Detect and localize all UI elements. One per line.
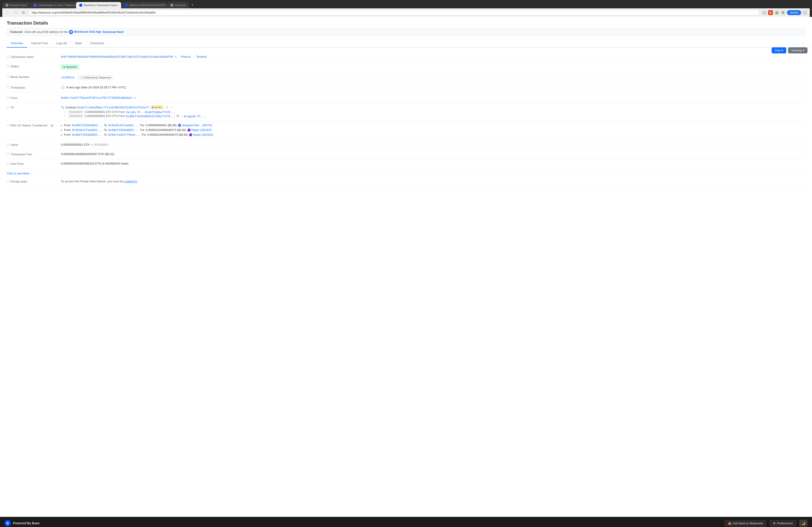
click-more-section: Click to see More ↓: [7, 169, 805, 177]
menu-icon[interactable]: ⋮: [802, 10, 808, 15]
from-value: 0xb8cfa4d1f79eeedf207acef82f3744056ab8e0…: [61, 96, 805, 100]
tab-deposit[interactable]: Deposit Frame: [2, 2, 30, 8]
more-options-icon[interactable]: ⋮: [801, 41, 805, 46]
back-button[interactable]: ←: [4, 10, 11, 15]
address-bar[interactable]: [28, 10, 760, 16]
fee-label: ⓘ Transaction Fee:: [7, 152, 56, 156]
tab-channels[interactable]: Channels: [167, 2, 189, 8]
contract-line: 🔍 Contract 0xdef1c0ded9bec7f1a1670819833…: [61, 105, 805, 109]
notification-icon[interactable]: 🔔: [768, 10, 773, 15]
tabs-nav: Overview Internal Txns Logs (8) State Co…: [7, 39, 805, 48]
erc20-amount-2: 0.000002344456440273 ($0.00): [146, 129, 186, 132]
value-value: 0.000000000001 ETH (< $0.000001): [61, 143, 805, 146]
erc20-token-1[interactable]: Wrapped Ethe... (WETH): [178, 124, 212, 127]
tab-overview[interactable]: Overview: [7, 39, 27, 48]
from-help-icon[interactable]: ⓘ: [7, 96, 10, 100]
erc20-item-1: ▶ From 0xdb6f1920a8893... To 0x5636c6f5a…: [61, 123, 805, 127]
timestamp-help-icon[interactable]: ⓘ: [7, 86, 10, 90]
erc20-expand-1[interactable]: ▶: [61, 124, 63, 126]
tab-state[interactable]: State: [71, 39, 86, 48]
erc20-item-3: ▶ From 0xdb6f1920a8893... To 0xb8cfa4d1f…: [61, 133, 805, 136]
private-note-row: ⓘ Private Note: To access the Private No…: [7, 177, 805, 186]
dark-mode-button[interactable]: 🌙: [799, 520, 808, 527]
tab-logs[interactable]: Logs (8): [52, 39, 71, 48]
hash-link[interactable]: 0x6f3b6d9106da89f66060465ba869be555286f1…: [61, 55, 173, 58]
bookmark-icon[interactable]: ☆: [762, 10, 767, 15]
download-link[interactable]: Download Now!: [103, 30, 124, 34]
tab-basescan[interactable]: BaseScan Transaction Hash ( ✕: [76, 2, 121, 8]
rahul-tab-icon: [34, 4, 37, 7]
erc20-expand-3[interactable]: ▶: [61, 133, 63, 136]
tab-comments[interactable]: Comments: [86, 39, 108, 48]
hash-label: ⓘ Transaction Hash:: [7, 55, 56, 59]
tab-close-icon[interactable]: ✕: [120, 4, 121, 7]
add-metamask-button[interactable]: 🦊 Add Base to Metamask: [724, 520, 767, 527]
status-help-icon[interactable]: ⓘ: [7, 64, 10, 68]
erc20-to-3[interactable]: 0xb8cfa4d1f79eee...: [108, 133, 141, 136]
page-wrapper: Play ▾ Gaming ▾ Transaction Details Feat…: [0, 17, 812, 517]
gas-help-icon[interactable]: ⓘ: [7, 162, 10, 166]
reload-button[interactable]: ↻: [21, 10, 26, 15]
tab-address[interactable]: Address 0xb8CFA4d1f79eeDF2...: [121, 2, 167, 8]
copy-contract-icon[interactable]: ⧉: [166, 106, 168, 109]
clock-icon: 🕐: [61, 86, 64, 89]
copy-hash-icon[interactable]: ⧉: [175, 55, 177, 58]
transfer2-from-link[interactable]: 0xdb6f1920a889355780af7570...: [126, 115, 175, 118]
erc20-help-icon[interactable]: ⓘ: [7, 123, 10, 127]
tab-internal-txns[interactable]: Internal Txns: [27, 39, 52, 48]
preferences-button[interactable]: ⚙ Preferences: [769, 520, 796, 527]
erc20-from-2[interactable]: 0x5636c6f5ade81...: [72, 128, 102, 132]
block-help-icon[interactable]: ⓘ: [7, 75, 10, 79]
transfer2-to-link[interactable]: Wrapped Et...: [184, 115, 206, 118]
private-note-help-icon[interactable]: ⓘ: [7, 180, 10, 183]
update-button[interactable]: Update: [787, 10, 801, 15]
erc20-to-2[interactable]: 0xdb6f1920a8893...: [108, 128, 139, 132]
transfer1-from-link[interactable]: ZeroEx: [126, 110, 136, 114]
status-label: ⓘ Status:: [7, 64, 56, 68]
to-help-icon[interactable]: ⓘ: [7, 105, 10, 109]
fee-value: 0.000009244556829293567 ETH ($0.32): [61, 152, 805, 156]
zerox-dot: [152, 107, 154, 108]
copy-from-icon[interactable]: ⧉: [134, 96, 136, 100]
toolbar-actions: ☆ 🔔 🧩 ⬆ Update ⋮: [762, 10, 808, 15]
phalcon-link[interactable]: Phalcon: [181, 55, 191, 59]
address-tab-label: Address 0xb8CFA4d1f79eeDF2...: [129, 4, 167, 6]
logged-in-link[interactable]: Logged In: [124, 180, 137, 183]
transfer1-to-link[interactable]: 0xb8f5380af7570...: [145, 110, 175, 114]
erc20-to-1[interactable]: 0x5636c6f5ade81...: [108, 123, 139, 127]
fee-help-icon[interactable]: ⓘ: [7, 152, 10, 156]
external-contract-icon[interactable]: ↗: [170, 106, 172, 109]
new-tab-button[interactable]: +: [189, 2, 195, 8]
play-button[interactable]: Play ▾: [772, 47, 786, 54]
value-help-icon[interactable]: ⓘ: [7, 143, 10, 147]
click-more-link[interactable]: Click to see More ↓: [7, 172, 32, 175]
hash-help-icon[interactable]: ⓘ: [7, 55, 10, 59]
powered-by-label: Powered By Base: [13, 521, 40, 525]
status-row: ⓘ Status: Success: [7, 62, 805, 72]
share-icon[interactable]: ⬆: [781, 10, 786, 15]
erc20-expand-2[interactable]: ▶: [61, 129, 63, 131]
blockscan-app-link[interactable]: 💬 Blockscan Chat App: [69, 30, 101, 34]
erc20-section: ▶ From 0xdb6f1920a8893... To 0x5636c6f5a…: [61, 123, 805, 136]
extension-icon[interactable]: 🧩: [774, 10, 779, 15]
block-value: 12250515 ✓ Confirmed by Sequencer: [61, 75, 805, 80]
channels-tab-label: Channels: [175, 4, 186, 6]
forward-button[interactable]: →: [13, 10, 19, 15]
contract-address-link[interactable]: 0xdef1c0ded9bec7f1a1670819833240f027b25e…: [77, 106, 149, 109]
gaming-button[interactable]: Gaming ▾: [788, 47, 808, 54]
erc20-amount-3: 0.000002344456440273 ($0.00): [147, 133, 188, 136]
hash-value: 0x6f3b6d9106da89f66060465ba869be555286f1…: [61, 55, 805, 59]
erc20-token-3[interactable]: Degen (DEGEN): [189, 133, 213, 136]
status-value: Success: [61, 64, 805, 70]
tab-rahul[interactable]: rahul0tripathi on zeno / Warpcast: [30, 2, 75, 8]
metamask-icon: 🦊: [728, 522, 731, 525]
footer: B Powered By Base 🦊 Add Base to Metamask…: [0, 517, 812, 527]
from-address-link[interactable]: 0xb8cfa4d1f79eeedf207acef82f3744056ab8e0…: [61, 96, 132, 100]
erc20-from-1[interactable]: 0xdb6f1920a8893...: [72, 123, 102, 127]
transfer-line-2: └ TRANSFER 0.000000000001 ETH ETH From 0…: [63, 114, 805, 118]
block-number-link[interactable]: 12250515: [61, 76, 74, 79]
down-arrow-icon: ↓: [30, 172, 32, 175]
tenderly-link[interactable]: Tenderly: [196, 55, 207, 59]
erc20-from-3[interactable]: 0xdb6f1920a8893...: [72, 133, 102, 136]
erc20-token-2[interactable]: Degen (DEGEN): [187, 129, 212, 132]
